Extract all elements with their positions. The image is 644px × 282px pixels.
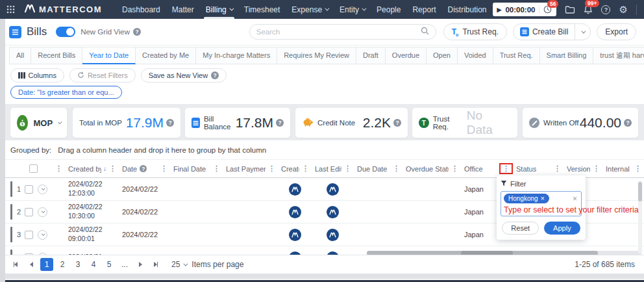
tab-overdue[interactable]: Overdue — [386, 47, 427, 64]
clock-icon[interactable]: 56 — [539, 5, 552, 14]
vertical-scrollbar[interactable] — [638, 181, 642, 253]
header-overdue-status[interactable]: Overdue Status⋮ — [402, 160, 461, 177]
row-drag-handle[interactable] — [10, 181, 12, 197]
nav-item-report[interactable]: Report — [406, 0, 441, 19]
tab-created-by-me[interactable]: Created by Me — [136, 47, 196, 64]
reset-filters-button[interactable]: Reset Filters — [69, 68, 136, 83]
column-menu-icon[interactable]: ⋮ — [449, 164, 461, 173]
page-button-5[interactable]: 5 — [103, 258, 116, 271]
columns-button[interactable]: Columns — [10, 68, 64, 83]
column-menu-icon[interactable]: ⋮ — [158, 164, 170, 173]
column-menu-icon[interactable]: ⋮ — [266, 164, 278, 173]
last-page-button[interactable] — [149, 258, 162, 271]
date-filter-chip[interactable]: Date: "Is greater than or equ... — [10, 86, 122, 99]
header-internal[interactable]: Internal⋮ — [602, 160, 644, 177]
tab-recent-bills[interactable]: Recent Bills — [31, 47, 82, 64]
filter-criteria-input[interactable]: Hongkong × × Type or select to set your … — [501, 191, 582, 216]
save-as-new-view-button[interactable]: Save as New View ? — [141, 68, 227, 83]
help-badge-icon[interactable]: ? — [393, 119, 401, 127]
column-menu-icon[interactable]: ⋮ — [551, 164, 564, 173]
header-created-by[interactable]: Created by ↓ ⋮ — [65, 160, 119, 177]
header-office[interactable]: Office ⋮ — [461, 160, 513, 177]
row-checkbox[interactable] — [25, 231, 33, 239]
nav-item-distribution[interactable]: Distribution — [441, 0, 492, 19]
row-drag-handle[interactable] — [10, 204, 12, 220]
header-due-date[interactable]: Due Date⋮ — [354, 160, 402, 177]
new-grid-view-toggle[interactable] — [56, 27, 75, 37]
row-drag-handle[interactable] — [10, 250, 12, 255]
column-menu-icon[interactable]: ⋮ — [299, 164, 312, 173]
header-last-edited[interactable]: Last Edited⋮ — [312, 160, 354, 177]
header-creator[interactable]: Creator⋮ — [278, 160, 312, 177]
nav-item-people[interactable]: People — [371, 0, 406, 19]
column-menu-icon[interactable]: ⋮ — [632, 164, 644, 173]
clear-input-icon[interactable]: × — [571, 194, 578, 203]
column-menu-icon[interactable]: ⋮ — [390, 164, 402, 173]
page-button-3[interactable]: 3 — [71, 258, 84, 271]
search-box[interactable] — [249, 24, 436, 40]
select-all-checkbox[interactable] — [29, 164, 38, 173]
header-date[interactable]: Date ? ⋮ — [119, 160, 170, 177]
help-badge-icon[interactable]: ? — [133, 28, 141, 36]
tab-open[interactable]: Open — [427, 47, 458, 64]
tab-draft[interactable]: Draft — [356, 47, 386, 64]
tab-year-to-date[interactable]: Year to Date — [82, 47, 136, 64]
column-menu-icon[interactable]: ⋮ — [106, 164, 119, 173]
tab-smart-billing[interactable]: Smart Billing — [540, 47, 594, 64]
brand[interactable]: MATTERCOM — [24, 4, 102, 15]
prev-page-button[interactable] — [25, 258, 38, 271]
tab-my-incharge-matters[interactable]: My In-charge Matters — [196, 47, 277, 64]
search-input[interactable] — [256, 28, 421, 36]
next-page-button[interactable] — [134, 258, 147, 271]
nav-item-entity[interactable]: Entity — [334, 0, 371, 19]
page-button-4[interactable]: 4 — [87, 258, 100, 271]
page-size-select[interactable]: 25 — [171, 260, 186, 269]
nav-item-billing[interactable]: Billing — [200, 0, 238, 19]
play-icon[interactable]: ▶ — [497, 6, 502, 13]
create-bill-button[interactable]: Create Bill — [514, 24, 575, 40]
remove-chip-icon[interactable]: × — [541, 195, 545, 202]
page-button-2[interactable]: 2 — [56, 258, 69, 271]
nav-item-timesheet[interactable]: Timesheet — [238, 0, 286, 19]
search-icon[interactable] — [421, 26, 429, 38]
currency-selector[interactable]: $ MOP — [10, 108, 67, 138]
row-expand-button[interactable] — [38, 207, 47, 217]
column-menu-icon[interactable]: ⋮ — [590, 164, 602, 173]
tab-custom-trust-harvey[interactable]: trust 逾期 harvey × — [593, 47, 644, 64]
timer-widget[interactable]: ▶ 00:00:00 56 — [493, 3, 557, 16]
filter-reset-button[interactable]: Reset — [502, 222, 539, 235]
row-expand-button[interactable] — [38, 185, 47, 194]
tab-requires-my-review[interactable]: Requires My Review — [277, 47, 356, 64]
row-drag-handle[interactable] — [10, 227, 12, 242]
column-menu-icon[interactable]: ⋮ — [341, 164, 354, 173]
folder-icon[interactable] — [565, 5, 575, 14]
tab-all[interactable]: All — [9, 47, 31, 64]
filter-apply-button[interactable]: Apply — [544, 222, 580, 235]
create-bill-dropdown[interactable] — [575, 24, 590, 40]
page-button-1[interactable]: 1 — [40, 258, 53, 271]
tab-trust-req[interactable]: Trust Req. — [493, 47, 540, 64]
row-expand-button[interactable] — [38, 230, 47, 240]
column-menu-icon[interactable]: ⋮ — [210, 164, 223, 173]
help-badge-icon[interactable]: ? — [624, 119, 632, 127]
help-badge-icon[interactable]: ? — [166, 119, 174, 127]
header-version[interactable]: Version⋮ — [564, 160, 602, 177]
help-icon[interactable]: ? — [601, 5, 610, 14]
export-button[interactable]: Export — [597, 23, 636, 40]
header-status[interactable]: Status⋮ — [513, 160, 564, 177]
nav-item-matter[interactable]: Matter — [166, 0, 200, 19]
header-last-payment[interactable]: Last Payment⋮ — [223, 160, 278, 177]
office-column-menu-icon-highlighted[interactable]: ⋮ — [499, 163, 513, 174]
row-checkbox[interactable] — [25, 185, 33, 194]
help-badge-icon[interactable]: ? — [276, 119, 284, 127]
column-menu-icon[interactable]: ⋮ — [53, 164, 65, 173]
nav-item-expense[interactable]: Expense — [286, 0, 334, 19]
group-by-bar[interactable]: Grouped by: Drag a column header and dro… — [0, 140, 644, 160]
settings-gear-icon[interactable]: ⚙ — [619, 5, 627, 14]
nav-item-dashboard[interactable]: Dashboard — [116, 0, 166, 19]
notifications-bell-icon[interactable]: 99+ — [584, 5, 593, 14]
first-page-button[interactable] — [9, 258, 22, 271]
trust-req-button[interactable]: To Trust Req. — [443, 23, 507, 40]
app-launcher-icon[interactable] — [6, 5, 15, 14]
header-final-date[interactable]: Final Date⋮ — [170, 160, 223, 177]
